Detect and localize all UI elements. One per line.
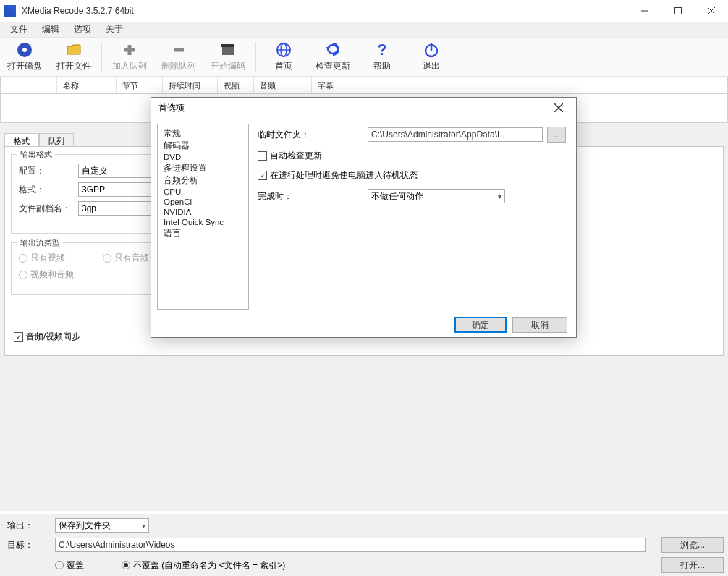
- col-header-subtitle[interactable]: 字幕: [312, 77, 727, 93]
- output-panel: 输出： 保存到文件夹▾ 目标： C:\Users\Administrator\V…: [0, 514, 728, 576]
- open-disc-button[interactable]: 打开磁盘: [0, 38, 49, 76]
- menu-edit[interactable]: 编辑: [35, 22, 67, 37]
- toolbar: 打开磁盘 打开文件 加入队列 删除队列 开始编码 首页 检查更新 ? 帮助 退出: [0, 38, 728, 77]
- maximize-icon: [674, 7, 682, 14]
- target-value: C:\Users\Administrator\Videos: [59, 540, 175, 550]
- add-queue-label: 加入队列: [112, 60, 147, 72]
- col-header-video[interactable]: 视频: [218, 77, 254, 93]
- no-overwrite-label: 不覆盖 (自动重命名为 <文件名 + 索引>): [133, 559, 285, 572]
- toolbar-separator: [255, 42, 256, 72]
- svg-rect-9: [222, 46, 234, 55]
- dialog-buttons: 确定 取消: [454, 317, 567, 333]
- list-item[interactable]: DVD: [161, 152, 245, 162]
- svg-point-5: [22, 48, 27, 52]
- exit-button[interactable]: 退出: [407, 38, 456, 76]
- list-item[interactable]: 解码器: [161, 140, 245, 152]
- ok-button[interactable]: 确定: [454, 317, 507, 333]
- radio-icon: [55, 561, 64, 569]
- svg-rect-10: [221, 44, 234, 47]
- category-list[interactable]: 常规 解码器 DVD 多进程设置 音频分析 CPU OpenCl NVIDIA …: [157, 124, 249, 310]
- temp-browse-button[interactable]: ...: [547, 127, 566, 143]
- target-label: 目标：: [7, 539, 51, 551]
- format-value: 3GPP: [82, 185, 105, 195]
- list-item[interactable]: NVIDIA: [161, 207, 245, 217]
- globe-icon: [275, 41, 292, 59]
- list-item[interactable]: CPU: [161, 187, 245, 197]
- only-audio-label: 只有音频: [114, 252, 149, 264]
- radio-icon: [122, 561, 130, 569]
- toolbar-separator: [101, 42, 102, 72]
- app-icon: [4, 5, 16, 17]
- start-encode-label: 开始编码: [211, 60, 245, 72]
- list-item[interactable]: 常规: [161, 127, 245, 140]
- on-complete-value: 不做任何动作: [371, 190, 423, 203]
- maximize-button[interactable]: [661, 0, 695, 22]
- check-update-label: 检查更新: [316, 60, 350, 72]
- start-encode-button[interactable]: 开始编码: [203, 38, 253, 76]
- checkbox-icon: ✓: [258, 171, 267, 180]
- close-icon: [708, 7, 715, 14]
- radio-overwrite[interactable]: 覆盖: [55, 559, 84, 572]
- menu-about[interactable]: 关于: [98, 22, 130, 37]
- remove-queue-button[interactable]: 删除队列: [154, 38, 203, 76]
- menu-file[interactable]: 文件: [3, 22, 35, 37]
- ext-label: 文件副档名：: [19, 203, 74, 215]
- minimize-button[interactable]: [628, 0, 661, 22]
- svg-rect-1: [675, 8, 682, 14]
- question-icon: ?: [373, 41, 391, 59]
- check-update-button[interactable]: 检查更新: [308, 38, 357, 76]
- radio-no-overwrite[interactable]: 不覆盖 (自动重命名为 <文件名 + 索引>): [122, 559, 285, 572]
- add-queue-button[interactable]: 加入队列: [105, 38, 154, 76]
- video-audio-label: 视频和音频: [30, 268, 74, 281]
- file-list-header: 名称 章节 持续时间 视频 音频 字幕: [0, 77, 728, 94]
- menu-options[interactable]: 选项: [67, 22, 98, 37]
- av-sync-checkbox[interactable]: ✓ 音频/视频同步: [14, 331, 80, 343]
- checkbox-icon: [258, 151, 267, 161]
- format-label: 格式：: [19, 184, 74, 196]
- list-item[interactable]: OpenCl: [161, 197, 245, 207]
- dialog-body: 常规 解码器 DVD 多进程设置 音频分析 CPU OpenCl NVIDIA …: [157, 124, 570, 310]
- browse-button[interactable]: 浏览...: [661, 537, 724, 553]
- close-button[interactable]: [695, 0, 728, 22]
- output-select[interactable]: 保存到文件夹▾: [55, 518, 149, 533]
- output-value: 保存到文件夹: [59, 520, 111, 532]
- power-icon: [423, 41, 440, 59]
- open-file-button[interactable]: 打开文件: [49, 38, 98, 76]
- exit-label: 退出: [423, 60, 440, 72]
- close-icon: [554, 103, 563, 112]
- auto-check-checkbox[interactable]: 自动检查更新: [258, 150, 566, 162]
- col-header[interactable]: [1, 77, 57, 93]
- list-item[interactable]: 音频分析: [161, 174, 245, 187]
- help-button[interactable]: ? 帮助: [357, 38, 407, 76]
- col-header-audio[interactable]: 音频: [254, 77, 312, 93]
- group-output-legend: 输出格式: [17, 149, 55, 160]
- open-button[interactable]: 打开...: [661, 557, 724, 573]
- dialog-close-button[interactable]: [547, 102, 570, 115]
- col-header-duration[interactable]: 持续时间: [163, 77, 218, 93]
- clapper-icon: [219, 41, 237, 59]
- homepage-button[interactable]: 首页: [259, 38, 308, 76]
- list-item[interactable]: 多进程设置: [161, 162, 245, 174]
- profile-value: 自定义: [82, 165, 108, 177]
- dialog-title-bar: 首选项: [151, 98, 576, 119]
- temp-folder-input[interactable]: C:\Users\Administrator\AppData\L: [368, 127, 543, 142]
- window-controls: [628, 0, 728, 22]
- group-stream-legend: 输出流类型: [17, 237, 63, 248]
- on-complete-label: 完成时：: [258, 190, 327, 203]
- radio-only-video[interactable]: 只有视频: [19, 252, 65, 264]
- open-disc-label: 打开磁盘: [7, 60, 42, 72]
- menu-bar: 文件 编辑 选项 关于: [0, 22, 728, 38]
- minimize-icon: [641, 7, 648, 14]
- radio-only-audio[interactable]: 只有音频: [103, 252, 149, 264]
- col-header-name[interactable]: 名称: [57, 77, 117, 93]
- on-complete-select[interactable]: 不做任何动作▾: [368, 189, 505, 203]
- remove-queue-label: 删除队列: [161, 60, 196, 72]
- list-item[interactable]: Intel Quick Sync: [161, 217, 245, 227]
- col-header-chapter[interactable]: 章节: [117, 77, 163, 93]
- target-input[interactable]: C:\Users\Administrator\Videos: [55, 538, 646, 552]
- radio-video-audio[interactable]: 视频和音频: [19, 268, 74, 281]
- cancel-button[interactable]: 取消: [512, 317, 567, 333]
- prevent-sleep-checkbox[interactable]: ✓ 在进行处理时避免使电脑进入待机状态: [258, 169, 566, 182]
- chevron-down-icon: ▾: [498, 192, 501, 200]
- list-item[interactable]: 语言: [161, 227, 245, 240]
